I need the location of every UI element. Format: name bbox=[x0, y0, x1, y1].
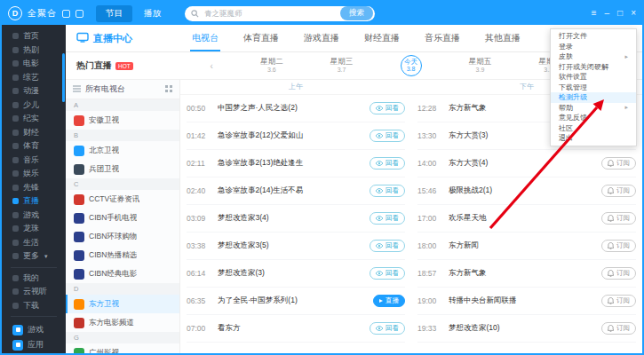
program-action-badge[interactable]: 订阅 bbox=[601, 157, 636, 170]
program-action-badge[interactable]: 订阅 bbox=[601, 185, 636, 197]
menu-item[interactable]: 帮助 ▸ bbox=[551, 103, 636, 114]
channel-item[interactable]: 北京卫视 bbox=[66, 141, 179, 160]
sidebar-item[interactable]: 先锋 ▾ bbox=[2, 181, 66, 195]
menu-item[interactable]: 社区 ▸ bbox=[551, 123, 636, 134]
program-row[interactable]: 00:50 中国梦之声·人民之选(2) 回看 bbox=[187, 95, 405, 122]
week-day[interactable]: 星期三 3.7 bbox=[330, 58, 354, 74]
sidebar-item[interactable]: 直播 ▾ bbox=[2, 194, 66, 209]
search-button[interactable]: 搜索 bbox=[340, 6, 373, 20]
minimize-icon[interactable]: – bbox=[605, 9, 610, 18]
sidebar-user-item[interactable]: 我的 bbox=[2, 272, 66, 286]
program-row[interactable]: 17:00 欢乐星天地 订阅 bbox=[417, 205, 636, 233]
program-action-badge[interactable]: 回看 bbox=[370, 240, 405, 252]
live-tab[interactable]: 财经直播 bbox=[352, 25, 412, 51]
channel-item[interactable]: 安徽卫视 bbox=[66, 111, 179, 130]
top-nav-button[interactable]: 节目 bbox=[96, 5, 132, 22]
program-row[interactable]: 18:00 东方新闻 订阅 bbox=[417, 233, 636, 260]
program-row[interactable]: 02:11 急诊室故事2(13)绝处逢生 回看 bbox=[187, 150, 405, 178]
program-action-badge[interactable]: 回看 bbox=[370, 267, 405, 280]
program-row[interactable]: 06:35 为了全民·中国梦系列(1) 直播 bbox=[187, 288, 405, 315]
maximize-icon[interactable]: □ bbox=[617, 9, 623, 18]
channel-item[interactable]: 广州影视 bbox=[66, 343, 179, 353]
sidebar-item[interactable]: 纪实 ▾ bbox=[2, 112, 66, 126]
activity-icon[interactable] bbox=[76, 10, 83, 18]
program-row[interactable]: 14:00 东方大赏(4) 订阅 bbox=[417, 150, 636, 178]
week-day[interactable]: 星期二 3.6 bbox=[260, 58, 283, 74]
sidebar-item[interactable]: 生活 ▾ bbox=[2, 236, 66, 250]
program-action-badge[interactable]: 回看 bbox=[370, 185, 405, 197]
live-tab[interactable]: 其他直播 bbox=[473, 25, 533, 51]
sidebar-item[interactable]: 综艺 ▾ bbox=[2, 71, 66, 85]
menu-item[interactable]: 检测升级 ▸ bbox=[551, 92, 636, 103]
program-action-badge[interactable]: 订阅 bbox=[601, 267, 636, 280]
sidebar-item[interactable]: 热剧 ▾ bbox=[2, 43, 66, 58]
channel-item[interactable]: CIBN手机电视 bbox=[66, 209, 179, 227]
channel-item[interactable]: CIBN热播精选 bbox=[66, 246, 179, 264]
program-row[interactable]: 19:00 转播中央台新闻联播 订阅 bbox=[417, 288, 636, 315]
sidebar-item[interactable]: 少儿 ▾ bbox=[2, 99, 66, 113]
channel-item[interactable]: CCTV证券资讯 bbox=[66, 190, 179, 209]
menu-item[interactable]: 下载管理 ▸ bbox=[551, 83, 636, 93]
sidebar-user-item[interactable]: 云视听 bbox=[2, 285, 66, 299]
program-action-badge[interactable]: 订阅 bbox=[601, 295, 636, 307]
program-action-badge[interactable]: 订阅 bbox=[601, 322, 636, 335]
week-day[interactable]: 今天 3.8 bbox=[401, 55, 422, 76]
program-row[interactable]: 02:40 急诊室故事2(14)生活不易 回看 bbox=[187, 178, 405, 205]
sidebar-item[interactable]: 音乐 ▾ bbox=[2, 154, 66, 168]
channel-item[interactable]: 东方卫视 bbox=[66, 295, 179, 313]
sidebar-item[interactable]: 动漫 ▾ bbox=[2, 84, 66, 99]
program-row[interactable]: 18:57 东方新气象 订阅 bbox=[417, 260, 636, 288]
program-row[interactable]: 03:38 梦想改造家3(5) 回看 bbox=[187, 233, 405, 260]
menu-item[interactable]: 意见反馈 ▸ bbox=[551, 113, 636, 123]
program-action-badge[interactable]: 回看 bbox=[370, 130, 405, 142]
menu-item[interactable]: 退出 ▸ bbox=[551, 133, 636, 144]
sidebar-app-tile[interactable]: 游戏 bbox=[12, 324, 66, 335]
program-row[interactable]: 01:42 急诊室故事2(12)父爱如山 回看 bbox=[187, 122, 405, 150]
sidebar-item[interactable]: 首页 ▾ bbox=[2, 29, 66, 43]
live-tab[interactable]: 游戏直播 bbox=[291, 25, 352, 51]
sidebar-item[interactable]: 更多 ▾ bbox=[2, 249, 66, 264]
program-action-badge[interactable]: 直播 bbox=[373, 295, 405, 307]
menu-item-label: 退出 bbox=[559, 133, 573, 143]
program-row[interactable]: 03:09 梦想改造家3(4) 回看 bbox=[187, 205, 405, 233]
sidebar-item[interactable]: 财经 ▾ bbox=[2, 126, 66, 140]
main-menu-icon[interactable]: ≡ bbox=[592, 9, 597, 18]
chevron-left-icon[interactable]: ‹ bbox=[211, 61, 213, 71]
sidebar-item[interactable]: 龙珠 ▾ bbox=[2, 222, 66, 236]
search-input[interactable] bbox=[203, 8, 340, 19]
menu-item[interactable]: 打开或关闭硬解 ▸ bbox=[551, 62, 636, 73]
sidebar-user-item[interactable]: 下载 bbox=[2, 299, 66, 313]
sidebar-item[interactable]: 电影 ▾ bbox=[2, 57, 66, 71]
program-row[interactable]: 06:14 梦想改造家(3) 回看 bbox=[187, 260, 405, 288]
sidebar-item[interactable]: 游戏 ▾ bbox=[2, 209, 66, 223]
program-action-badge[interactable]: 回看 bbox=[370, 212, 405, 225]
sidebar-item[interactable]: 娱乐 ▾ bbox=[2, 167, 66, 181]
menu-item[interactable]: 软件设置 ▸ bbox=[551, 72, 636, 83]
sidebar-item[interactable]: 体育 ▾ bbox=[2, 139, 66, 154]
top-nav-button[interactable]: 播放 bbox=[134, 5, 171, 22]
program-action-badge[interactable]: 订阅 bbox=[601, 212, 636, 225]
menu-item[interactable]: 登录 ▸ bbox=[551, 42, 636, 52]
menu-item[interactable]: 皮肤 ▸ bbox=[551, 51, 636, 62]
program-row[interactable]: 07:00 看东方 回看 bbox=[187, 315, 405, 343]
channel-item[interactable]: 东方电影频道 bbox=[66, 313, 179, 332]
channel-item[interactable]: CIBN经典电影 bbox=[66, 264, 179, 283]
week-day[interactable]: 星期五 3.9 bbox=[469, 58, 492, 74]
sidebar-app-tile[interactable]: 应用 bbox=[12, 339, 66, 351]
live-tab[interactable]: 体育直播 bbox=[231, 25, 291, 51]
channel-item[interactable]: 兵团卫视 bbox=[66, 160, 179, 178]
sidebar-scrollbar[interactable] bbox=[62, 53, 65, 102]
menu-item[interactable]: 打开文件 ▸ bbox=[551, 31, 636, 42]
program-row[interactable]: 19:33 梦想改造家(10) 订阅 bbox=[417, 315, 636, 343]
program-action-badge[interactable]: 回看 bbox=[370, 102, 405, 114]
grid-toggle-icon[interactable] bbox=[165, 85, 172, 94]
program-action-badge[interactable]: 回看 bbox=[370, 157, 405, 170]
live-tab[interactable]: 音乐直播 bbox=[412, 25, 473, 51]
live-tab[interactable]: 电视台 bbox=[179, 25, 231, 51]
close-icon[interactable]: × bbox=[631, 9, 636, 18]
home-icon[interactable] bbox=[62, 10, 70, 18]
channel-item[interactable]: CIBN环球购物 bbox=[66, 227, 179, 246]
program-action-badge[interactable]: 回看 bbox=[370, 322, 405, 335]
program-action-badge[interactable]: 订阅 bbox=[601, 240, 636, 252]
program-row[interactable]: 15:46 极限挑战2(1) 订阅 bbox=[417, 178, 636, 205]
